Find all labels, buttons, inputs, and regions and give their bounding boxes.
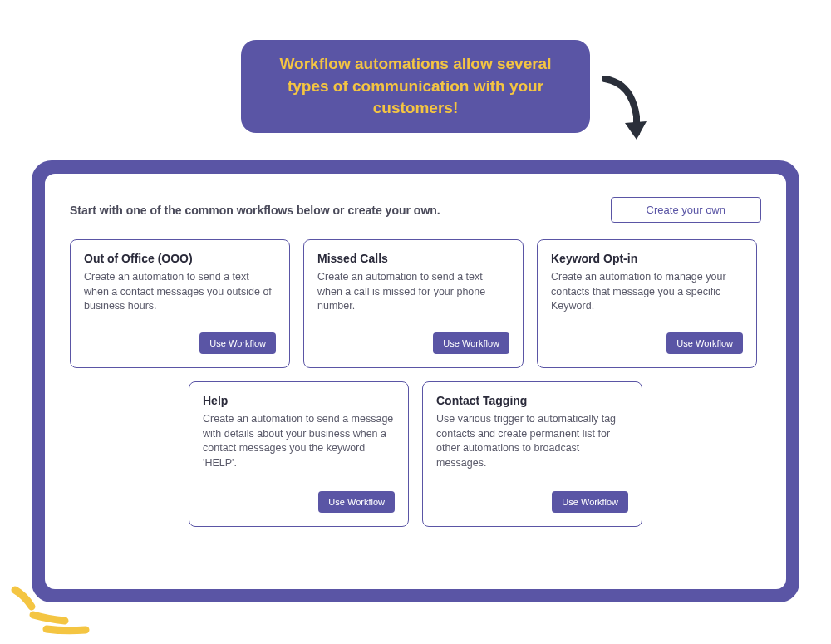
workflow-card-keyword-optin: Keyword Opt-in Create an automation to m… — [537, 239, 757, 368]
card-desc: Create an automation to manage your cont… — [551, 270, 743, 314]
card-title: Out of Office (OOO) — [84, 252, 276, 265]
create-your-own-button[interactable]: Create your own — [611, 197, 761, 223]
card-desc: Create an automation to send a text when… — [84, 270, 276, 314]
use-workflow-button[interactable]: Use Workflow — [552, 491, 628, 513]
cards-row-2: Help Create an automation to send a mess… — [70, 381, 761, 527]
sparkle-icon — [7, 569, 98, 644]
use-workflow-button[interactable]: Use Workflow — [199, 332, 276, 354]
card-title: Help — [203, 394, 395, 407]
panel-instruction: Start with one of the common workflows b… — [70, 204, 440, 217]
card-desc: Create an automation to send a message w… — [203, 412, 395, 470]
panel-wrapper: Start with one of the common workflows b… — [32, 160, 799, 602]
workflow-card-help: Help Create an automation to send a mess… — [189, 381, 409, 527]
card-title: Keyword Opt-in — [551, 252, 743, 265]
use-workflow-button[interactable]: Use Workflow — [433, 332, 509, 354]
workflow-card-contact-tagging: Contact Tagging Use various trigger to a… — [422, 381, 642, 527]
workflow-card-missed-calls: Missed Calls Create an automation to sen… — [303, 239, 524, 368]
panel-header: Start with one of the common workflows b… — [70, 197, 761, 223]
cards-row-1: Out of Office (OOO) Create an automation… — [70, 239, 761, 368]
callout-bubble: Workflow automations allow several types… — [241, 40, 590, 133]
workflow-card-ooo: Out of Office (OOO) Create an automation… — [70, 239, 290, 368]
card-title: Missed Calls — [317, 252, 509, 265]
card-desc: Create an automation to send a text when… — [317, 270, 509, 314]
card-desc: Use various trigger to automatically tag… — [436, 412, 628, 470]
use-workflow-button[interactable]: Use Workflow — [318, 491, 395, 513]
card-title: Contact Tagging — [436, 394, 628, 407]
callout-container: Workflow automations allow several types… — [241, 40, 590, 133]
arrow-icon — [598, 75, 648, 150]
use-workflow-button[interactable]: Use Workflow — [666, 332, 743, 354]
panel-inner: Start with one of the common workflows b… — [45, 174, 786, 589]
callout-text: Workflow automations allow several types… — [280, 55, 552, 116]
